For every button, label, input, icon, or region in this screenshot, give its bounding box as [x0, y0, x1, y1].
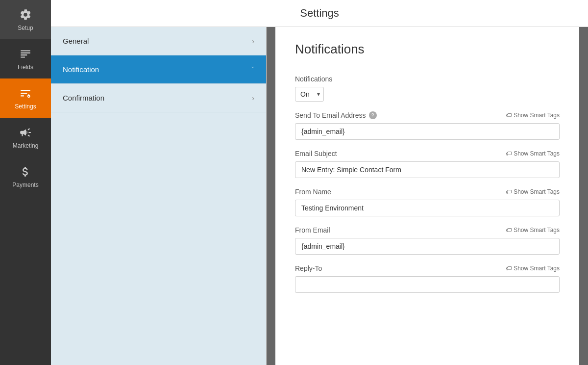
sub-sidebar: General › Notification ˅ Confirmation ›	[51, 27, 267, 365]
sidebar-item-label: Setup	[18, 25, 33, 31]
payments-icon	[19, 165, 32, 179]
send-to-email-input[interactable]	[295, 123, 560, 140]
tag-icon: 🏷	[506, 150, 512, 157]
form-container: Notifications Notifications On Off	[275, 27, 579, 365]
send-to-email-label-row: Send To Email Address ? 🏷 Show Smart Tag…	[295, 111, 560, 119]
sidebar-item-settings[interactable]: Settings	[0, 78, 51, 118]
sidebar-item-setup[interactable]: Setup	[0, 0, 51, 39]
from-name-smart-tags[interactable]: 🏷 Show Smart Tags	[506, 188, 560, 195]
fields-icon	[19, 47, 32, 61]
settings-icon	[19, 86, 32, 100]
email-subject-label: Email Subject	[295, 150, 337, 157]
tag-icon: 🏷	[506, 188, 512, 195]
from-name-label: From Name	[295, 188, 331, 196]
marketing-icon	[19, 126, 32, 139]
send-to-email-smart-tags[interactable]: 🏷 Show Smart Tags	[506, 112, 560, 119]
from-email-label-row: From Email 🏷 Show Smart Tags	[295, 226, 560, 234]
form-section-title: Notifications	[295, 42, 560, 65]
sidebar: Setup Fields Settings Marketing	[0, 0, 51, 365]
email-subject-label-row: Email Subject 🏷 Show Smart Tags	[295, 150, 560, 157]
reply-to-smart-tags[interactable]: 🏷 Show Smart Tags	[506, 265, 560, 272]
from-email-smart-tags[interactable]: 🏷 Show Smart Tags	[506, 227, 560, 234]
gear-icon	[19, 8, 32, 22]
from-email-label: From Email	[295, 226, 330, 234]
sidebar-item-label: Fields	[18, 64, 33, 71]
notifications-select-wrapper: On Off	[295, 87, 324, 102]
reply-to-input[interactable]	[295, 276, 560, 293]
chevron-down-icon: ˅	[251, 66, 254, 74]
sidebar-item-label: Marketing	[13, 142, 39, 149]
sub-sidebar-label-general: General	[63, 37, 89, 45]
sidebar-item-payments[interactable]: Payments	[0, 157, 51, 196]
from-email-field-group: From Email 🏷 Show Smart Tags	[295, 226, 560, 255]
sidebar-item-marketing[interactable]: Marketing	[0, 118, 51, 157]
email-subject-field-group: Email Subject 🏷 Show Smart Tags	[295, 150, 560, 178]
page-title: Settings	[300, 7, 339, 20]
help-icon[interactable]: ?	[369, 111, 377, 119]
email-subject-smart-tags[interactable]: 🏷 Show Smart Tags	[506, 150, 560, 157]
sidebar-item-fields[interactable]: Fields	[0, 39, 51, 78]
tag-icon: 🏷	[506, 112, 512, 119]
from-email-input[interactable]	[295, 238, 560, 255]
reply-to-field-group: Reply-To 🏷 Show Smart Tags	[295, 264, 560, 293]
tag-icon: 🏷	[506, 265, 512, 272]
header: Settings	[51, 0, 588, 27]
send-to-email-label: Send To Email Address ?	[295, 111, 377, 119]
tag-icon: 🏷	[506, 227, 512, 234]
send-to-email-field-group: Send To Email Address ? 🏷 Show Smart Tag…	[295, 111, 560, 140]
reply-to-label: Reply-To	[295, 264, 322, 272]
reply-to-label-row: Reply-To 🏷 Show Smart Tags	[295, 264, 560, 272]
chevron-right-icon: ›	[252, 94, 254, 102]
chevron-right-icon: ›	[252, 37, 254, 45]
sidebar-item-label: Payments	[12, 182, 38, 188]
sidebar-item-label: Settings	[15, 103, 36, 110]
notifications-label: Notifications	[295, 75, 332, 83]
sub-sidebar-item-confirmation[interactable]: Confirmation ›	[51, 84, 266, 112]
main-content: Settings General › Notification ˅ Confir…	[51, 0, 588, 365]
notifications-select[interactable]: On Off	[295, 87, 324, 102]
notifications-field-group: Notifications On Off	[295, 75, 560, 102]
form-panel: Notifications Notifications On Off	[267, 27, 588, 365]
sub-sidebar-label-notification: Notification	[63, 65, 99, 74]
from-name-label-row: From Name 🏷 Show Smart Tags	[295, 188, 560, 196]
sub-sidebar-item-notification[interactable]: Notification ˅	[51, 55, 266, 84]
from-name-input[interactable]	[295, 200, 560, 216]
email-subject-input[interactable]	[295, 161, 560, 178]
content-layout: General › Notification ˅ Confirmation › …	[51, 27, 588, 365]
from-name-field-group: From Name 🏷 Show Smart Tags	[295, 188, 560, 216]
sub-sidebar-item-general[interactable]: General ›	[51, 27, 266, 55]
notifications-label-row: Notifications	[295, 75, 560, 83]
sub-sidebar-label-confirmation: Confirmation	[63, 94, 104, 102]
